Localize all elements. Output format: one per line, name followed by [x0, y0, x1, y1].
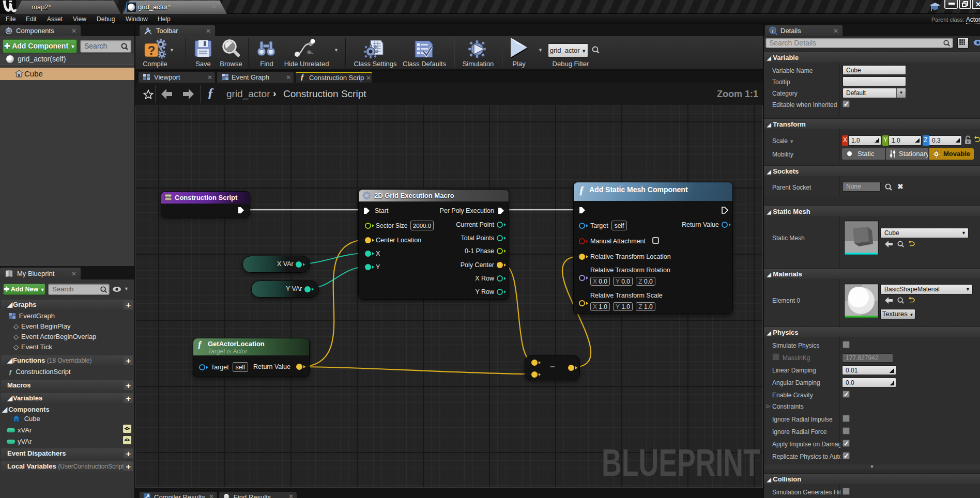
svg-text:?: ? [148, 43, 156, 57]
svg-text:i: i [772, 28, 774, 34]
